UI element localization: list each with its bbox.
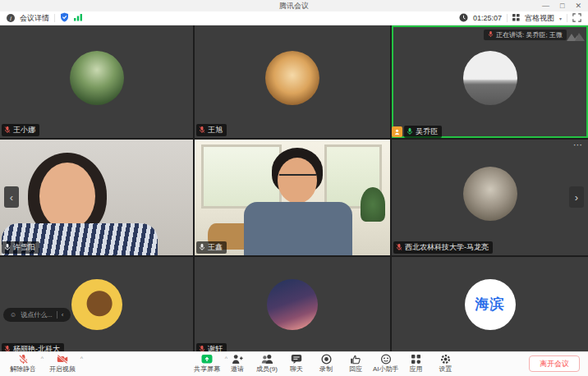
leave-meeting-button[interactable]: 离开会议 bbox=[529, 355, 580, 372]
chat-icon bbox=[291, 354, 302, 365]
host-badge-icon bbox=[392, 126, 402, 137]
settings-label: 设置 bbox=[439, 365, 452, 374]
collapse-chat-icon[interactable]: ‹ bbox=[62, 311, 64, 319]
participant-tile[interactable]: 海滨 bbox=[392, 257, 588, 351]
participant-name-tag: 许雪阳 bbox=[2, 241, 39, 254]
meeting-toolbar: ^ 解除静音 ^ 开启视频 ^ 共享屏幕 邀请 成员(9) bbox=[0, 351, 588, 376]
network-signal-icon[interactable] bbox=[74, 13, 83, 23]
participant-tile[interactable]: 谢轩 bbox=[195, 257, 390, 351]
apps-button[interactable]: 应用 bbox=[404, 354, 429, 374]
reaction-button[interactable]: 回应 bbox=[343, 354, 368, 374]
mic-on-icon bbox=[4, 243, 11, 253]
participant-name: 杨丽艳-北科大 bbox=[13, 344, 60, 351]
participant-name: 王旭 bbox=[208, 125, 223, 135]
participant-name-tag: 杨丽艳-北科大 bbox=[2, 343, 64, 351]
participant-tile[interactable]: ☺ 说点什么... ‹ 杨丽艳-北科大 bbox=[0, 257, 193, 351]
window-title: 腾讯会议 bbox=[279, 1, 309, 11]
title-bar: 腾讯会议 — □ ✕ bbox=[0, 0, 588, 11]
share-screen-icon bbox=[201, 354, 213, 365]
participant-tile-video[interactable]: 王鑫 bbox=[195, 140, 390, 255]
ai-assistant-icon bbox=[380, 354, 392, 365]
chevron-up-icon[interactable]: ^ bbox=[41, 355, 44, 361]
avatar-text: 海滨 bbox=[465, 279, 516, 330]
video-feed bbox=[39, 163, 95, 230]
divider bbox=[57, 311, 57, 319]
unmute-button[interactable]: ^ 解除静音 bbox=[10, 354, 36, 374]
participant-tile[interactable]: ⋯ 西北农林科技大学-马龙亮 bbox=[392, 140, 588, 255]
mic-muted-icon bbox=[4, 126, 11, 135]
info-icon: i bbox=[7, 14, 15, 22]
security-shield-icon[interactable] bbox=[60, 12, 69, 24]
maximize-button[interactable]: □ bbox=[560, 0, 564, 11]
members-icon bbox=[261, 354, 273, 365]
chevron-up-icon[interactable]: ^ bbox=[80, 355, 83, 361]
grid-view-icon bbox=[512, 14, 520, 23]
members-label: 成员(9) bbox=[256, 365, 278, 374]
invite-label: 邀请 bbox=[231, 365, 244, 374]
participant-tile[interactable]: 王旭 bbox=[195, 25, 390, 138]
participant-name-tag: 西北农林科技大学-马龙亮 bbox=[393, 241, 493, 254]
mic-off-icon bbox=[18, 354, 29, 365]
view-mode-selector[interactable]: 宫格视图 bbox=[525, 13, 554, 24]
participant-name-tag: 王旭 bbox=[196, 124, 227, 136]
mic-muted-icon bbox=[199, 126, 205, 135]
reaction-hand-icon bbox=[350, 354, 361, 365]
quick-chat-input[interactable]: ☺ 说点什么... ‹ bbox=[3, 308, 71, 322]
video-feed bbox=[279, 174, 316, 184]
participant-name-tag: 谢轩 bbox=[196, 343, 227, 351]
mic-muted-icon bbox=[4, 345, 11, 352]
invite-button[interactable]: 邀请 bbox=[225, 354, 250, 374]
smiley-icon[interactable]: ☺ bbox=[10, 311, 16, 319]
chat-placeholder[interactable]: 说点什么... bbox=[21, 310, 53, 319]
avatar bbox=[71, 279, 122, 330]
participant-name-tag: 王小娜 bbox=[2, 124, 39, 136]
invite-icon bbox=[232, 354, 243, 365]
avatar bbox=[265, 51, 319, 105]
mic-on-icon bbox=[199, 243, 205, 253]
participant-tile-video[interactable]: 许雪阳 bbox=[0, 140, 193, 255]
chat-button[interactable]: 聊天 bbox=[284, 354, 309, 374]
avatar bbox=[463, 167, 517, 221]
record-label: 录制 bbox=[319, 365, 333, 374]
participant-name: 王鑫 bbox=[208, 242, 223, 253]
members-button[interactable]: 成员(9) bbox=[255, 354, 279, 374]
record-button[interactable]: 录制 bbox=[314, 354, 338, 374]
participant-name: 吴乔臣 bbox=[416, 126, 438, 137]
record-icon bbox=[321, 354, 332, 365]
video-feed bbox=[361, 187, 385, 222]
previous-page-button[interactable]: ‹ bbox=[4, 186, 19, 208]
mic-muted-icon bbox=[199, 345, 205, 352]
minimize-button[interactable]: — bbox=[542, 0, 549, 11]
gear-icon bbox=[440, 354, 451, 365]
participant-name: 西北农林科技大学-马龙亮 bbox=[405, 242, 489, 253]
toolbar-left-group: ^ 解除静音 ^ 开启视频 bbox=[10, 354, 76, 374]
window-controls: — □ ✕ bbox=[542, 0, 581, 11]
video-grid: 王小娜 王旭 正在讲话: 吴乔臣; 王微 吴乔臣 bbox=[0, 25, 588, 351]
divider bbox=[54, 14, 55, 22]
apps-label: 应用 bbox=[410, 365, 423, 374]
speaking-banner: 正在讲话: 吴乔臣; 王微 bbox=[484, 30, 567, 40]
participant-name: 许雪阳 bbox=[13, 242, 35, 253]
settings-button[interactable]: 设置 bbox=[434, 354, 458, 374]
menu-right-group: 01:25:07 宫格视图 ▾ bbox=[459, 13, 581, 24]
reaction-label: 回应 bbox=[349, 365, 362, 374]
start-video-button[interactable]: ^ 开启视频 bbox=[49, 354, 76, 374]
more-options-icon[interactable]: ⋯ bbox=[573, 140, 583, 150]
next-page-button[interactable]: › bbox=[569, 186, 584, 208]
mic-icon bbox=[488, 30, 494, 39]
share-screen-button[interactable]: ^ 共享屏幕 bbox=[194, 354, 220, 374]
avatar bbox=[463, 51, 517, 105]
participant-tile-active-speaker[interactable]: 正在讲话: 吴乔臣; 王微 吴乔臣 bbox=[392, 25, 588, 138]
ai-assistant-button[interactable]: AI小助手 bbox=[373, 354, 399, 374]
divider bbox=[507, 14, 508, 22]
menu-left-group: i 会议详情 bbox=[7, 12, 83, 24]
participant-tile[interactable]: 王小娜 bbox=[0, 25, 193, 138]
video-feed bbox=[201, 144, 282, 209]
meeting-menu-bar: i 会议详情 01:25:07 宫格视图 ▾ bbox=[0, 11, 588, 25]
fullscreen-icon[interactable] bbox=[572, 13, 581, 24]
close-button[interactable]: ✕ bbox=[575, 0, 581, 11]
chevron-down-icon[interactable]: ▾ bbox=[559, 16, 562, 21]
meeting-details-button[interactable]: 会议详情 bbox=[20, 13, 49, 24]
start-video-label: 开启视频 bbox=[49, 365, 76, 374]
toolbar-center-group: ^ 共享屏幕 邀请 成员(9) 聊天 录制 回应 bbox=[194, 354, 458, 374]
